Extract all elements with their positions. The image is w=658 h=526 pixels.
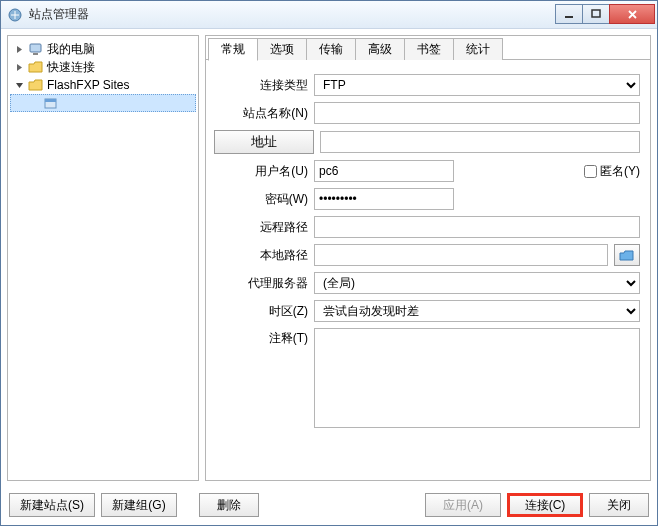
tabs-bar: 常规 选项 传输 高级 书签 统计 [206,36,650,60]
local-path-label: 本地路径 [214,247,314,264]
computer-icon [28,41,44,57]
proxy-label: 代理服务器 [214,275,314,292]
proxy-select[interactable]: (全局) [314,272,640,294]
svg-rect-1 [565,16,573,18]
local-path-input[interactable] [314,244,608,266]
site-icon [43,95,59,111]
tree-item-quickconnect[interactable]: 快速连接 [10,58,196,76]
anonymous-checkbox-wrap[interactable]: 匿名(Y) [584,163,640,180]
apply-button[interactable]: 应用(A) [425,493,501,517]
browse-local-button[interactable] [614,244,640,266]
minimize-button[interactable] [555,4,583,24]
folder-icon [28,59,44,75]
close-window-button[interactable]: 关闭 [589,493,649,517]
tab-options[interactable]: 选项 [257,38,307,60]
right-panel: 常规 选项 传输 高级 书签 统计 连接类型 FTP [205,35,651,481]
expander-icon[interactable] [14,44,25,55]
notes-label: 注释(T) [214,328,314,347]
tree-item-site-selected[interactable] [10,94,196,112]
site-name-label: 站点名称(N) [214,105,314,122]
app-icon [7,7,23,23]
tab-transfer[interactable]: 传输 [306,38,356,60]
svg-rect-3 [30,44,41,52]
svg-rect-2 [592,10,600,17]
delete-button[interactable]: 删除 [199,493,259,517]
remote-path-label: 远程路径 [214,219,314,236]
address-input[interactable] [320,131,640,153]
close-button[interactable] [609,4,655,24]
tree-item-label: 我的电脑 [47,41,95,58]
tabs-container: 常规 选项 传输 高级 书签 统计 连接类型 FTP [205,35,651,481]
timezone-select[interactable]: 尝试自动发现时差 [314,300,640,322]
connect-button[interactable]: 连接(C) [507,493,583,517]
tree-item-mycomputer[interactable]: 我的电脑 [10,40,196,58]
window-controls [556,4,655,24]
expander-icon[interactable] [14,62,25,73]
anonymous-checkbox[interactable] [584,165,597,178]
window-body: 我的电脑 快速连接 FlashFXP Sites 常规 [1,29,657,487]
folder-open-icon [28,77,44,93]
timezone-label: 时区(Z) [214,303,314,320]
maximize-button[interactable] [582,4,610,24]
password-label: 密码(W) [214,191,314,208]
site-tree[interactable]: 我的电脑 快速连接 FlashFXP Sites [7,35,199,481]
footer-buttons: 新建站点(S) 新建组(G) 删除 应用(A) 连接(C) 关闭 [1,487,657,525]
tab-stats[interactable]: 统计 [453,38,503,60]
tab-bookmarks[interactable]: 书签 [404,38,454,60]
tree-item-label: FlashFXP Sites [47,78,129,92]
tab-general[interactable]: 常规 [208,38,258,61]
remote-path-input[interactable] [314,216,640,238]
tab-advanced[interactable]: 高级 [355,38,405,60]
folder-icon [619,249,635,262]
anonymous-label: 匿名(Y) [600,163,640,180]
tree-item-flashfxp-sites[interactable]: FlashFXP Sites [10,76,196,94]
window-title: 站点管理器 [29,6,556,23]
conn-type-label: 连接类型 [214,77,314,94]
site-manager-window: 站点管理器 我的电脑 快速连接 FlashFXP Sites [0,0,658,526]
user-label: 用户名(U) [214,163,314,180]
tab-general-content: 连接类型 FTP 站点名称(N) [206,60,650,480]
svg-rect-4 [33,53,38,55]
new-site-button[interactable]: 新建站点(S) [9,493,95,517]
tree-item-label: 快速连接 [47,59,95,76]
svg-rect-6 [45,99,56,102]
site-name-input[interactable] [314,102,640,124]
username-input[interactable] [314,160,454,182]
new-group-button[interactable]: 新建组(G) [101,493,177,517]
conn-type-select[interactable]: FTP [314,74,640,96]
notes-textarea[interactable] [314,328,640,428]
expander-icon[interactable] [14,80,25,91]
password-input[interactable] [314,188,454,210]
titlebar[interactable]: 站点管理器 [1,1,657,29]
address-button[interactable]: 地址 [214,130,314,154]
